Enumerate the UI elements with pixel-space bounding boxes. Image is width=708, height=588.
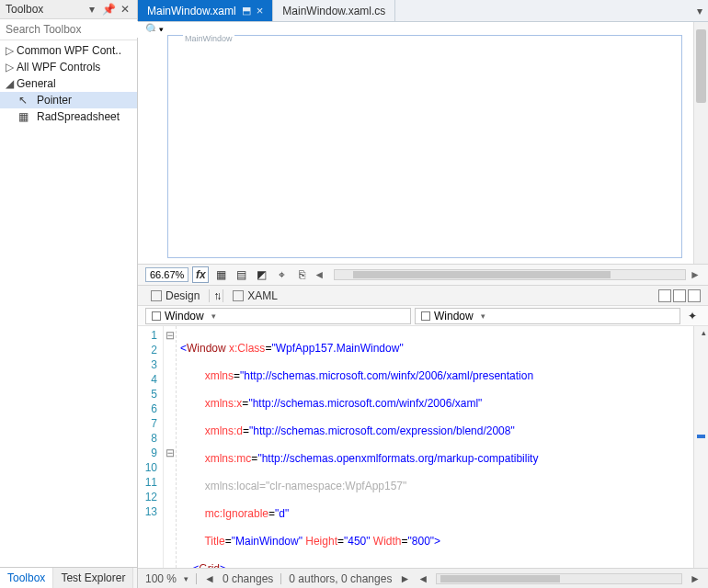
scroll-left-icon[interactable]: ◄ [314,268,325,281]
window-icon [421,311,430,321]
category-common-wpf[interactable]: ▷Common WPF Cont.. [0,42,137,59]
layout-3-icon[interactable] [688,289,701,302]
zoom-combo[interactable]: 66.67% [145,267,188,282]
toolbox-header: Toolbox ▾ 📌 ✕ [0,0,137,19]
close-icon[interactable]: ✕ [119,3,131,16]
design-icon [151,290,162,301]
designer-pane: MainWindow [138,22,708,264]
code-vscroll[interactable]: ▴ [693,326,708,568]
pin-icon[interactable]: 📌 [102,3,115,16]
doc-tab-xaml[interactable]: MainWindow.xaml ⬒ × [138,0,273,21]
contrast-icon[interactable]: ◩ [253,266,269,283]
authors-indicator[interactable]: 0 authors, 0 changes [289,572,392,585]
scroll-left-icon[interactable]: ◄ [204,572,215,585]
hscroll-left-icon[interactable]: ◄ [417,572,428,585]
status-zoom[interactable]: 100 % [145,572,177,585]
designer-toolbar: 66.67% fx ▦ ▤ ◩ ⌖ ⎘ ◄ ► [138,264,708,286]
dropdown-icon[interactable]: ▾ [86,3,98,16]
target-icon[interactable]: ⌖ [273,266,290,283]
category-general[interactable]: ◢General [0,75,137,92]
tab-test-explorer[interactable]: Test Explorer [53,568,133,588]
doc-tabs-menu-icon[interactable]: ▾ [691,0,708,21]
design-canvas[interactable]: MainWindow [167,35,682,258]
design-surface[interactable]: MainWindow [151,31,688,264]
code-icon[interactable]: ⎘ [293,266,310,283]
designer-hscroll[interactable] [334,269,686,280]
line-numbers: 12345678910111213 [138,326,164,568]
fx-button[interactable]: fx [192,266,209,283]
changes-indicator[interactable]: 0 changes [223,572,273,585]
grid-icon: ▦ [18,110,33,123]
category-all-wpf[interactable]: ▷All WPF Controls [0,59,137,75]
split-icon[interactable]: ✦ [684,308,701,324]
search-input[interactable] [4,21,145,38]
code-editor[interactable]: 12345678910111213 ⊟⊟ <Window x:Class="Wp… [138,326,708,568]
hscroll-right-icon[interactable]: ► [690,572,701,585]
status-hscroll[interactable] [436,573,682,584]
layout-1-icon[interactable] [658,289,671,302]
fold-gutter[interactable]: ⊟⊟ [164,326,177,568]
grid-icon[interactable]: ▦ [212,266,229,283]
status-bar: 100 % ▾ ◄ 0 changes 0 authors, 0 changes… [138,568,708,588]
doc-tab-cs[interactable]: MainWindow.xaml.cs [273,0,395,21]
pane-switch: Design ↑↓ XAML [138,286,708,306]
code-text[interactable]: <Window x:Class="WpfApp157.MainWindow" x… [177,326,693,568]
document-tabs: MainWindow.xaml ⬒ × MainWindow.xaml.cs ▾ [138,0,708,22]
scroll-up-icon[interactable]: ▴ [702,328,706,337]
scope-combo-2[interactable]: Window [415,308,680,324]
design-view-button[interactable]: Design [145,288,205,303]
designer-vscroll[interactable] [693,22,708,264]
tool-pointer[interactable]: ↖Pointer [0,92,137,108]
tab-toolbox[interactable]: Toolbox [0,568,53,588]
xaml-icon [233,290,244,301]
xaml-view-button[interactable]: XAML [227,288,283,303]
layout-2-icon[interactable] [673,289,686,302]
toolbox-title: Toolbox [6,3,86,16]
scope-combo-1[interactable]: Window [145,308,411,324]
bottom-tabs: Toolbox Test Explorer [0,567,137,588]
close-tab-icon[interactable]: × [257,4,264,17]
navigation-bar: Window Window ✦ [138,306,708,326]
editor-area: MainWindow.xaml ⬒ × MainWindow.xaml.cs ▾… [138,0,708,588]
pin-icon[interactable]: ⬒ [242,5,251,17]
toolbox-search: 🔍 ▾ [0,19,137,40]
scroll-right-icon[interactable]: ► [399,572,410,585]
swap-panes-icon[interactable]: ↑↓ [213,289,219,302]
window-icon [152,311,161,321]
scroll-right-icon[interactable]: ► [690,268,701,281]
snap-icon[interactable]: ▤ [233,266,249,283]
window-caption: MainWindow [183,34,234,43]
toolbox-tree: ▷Common WPF Cont.. ▷All WPF Controls ◢Ge… [0,40,137,567]
pointer-icon: ↖ [18,94,33,107]
tool-radspreadsheet[interactable]: ▦RadSpreadsheet [0,108,137,125]
toolbox-panel: Toolbox ▾ 📌 ✕ 🔍 ▾ ▷Common WPF Cont.. ▷Al… [0,0,138,588]
zoom-dropdown-icon[interactable]: ▾ [184,574,188,583]
